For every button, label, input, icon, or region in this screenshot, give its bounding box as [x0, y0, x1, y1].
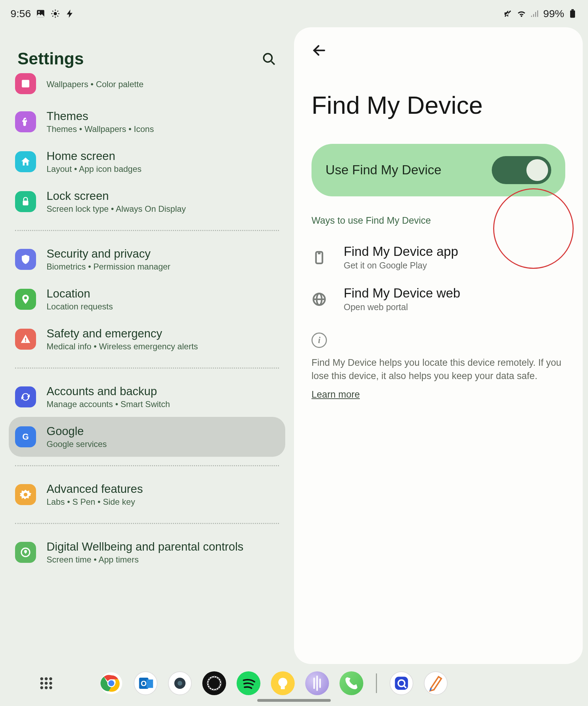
dock-quick-icon[interactable]: [390, 671, 413, 695]
dock-separator: [376, 673, 377, 693]
svg-point-29: [45, 682, 48, 685]
nav-handle[interactable]: [257, 699, 331, 702]
dock-tips-icon[interactable]: [271, 671, 295, 695]
svg-rect-11: [570, 11, 575, 18]
detail-pane: Find My Device Use Find My Device Ways t…: [294, 27, 583, 664]
home-icon: [15, 151, 36, 172]
wifi-icon: [517, 9, 526, 19]
sync-icon: [15, 386, 36, 407]
settings-item-well[interactable]: Digital Wellbeing and parental controlsS…: [9, 532, 285, 572]
settings-item-google[interactable]: GGoogleGoogle services: [9, 417, 285, 457]
master-toggle-row[interactable]: Use Find My Device: [312, 144, 565, 196]
svg-point-28: [40, 682, 43, 685]
svg-rect-45: [281, 686, 285, 690]
svg-line-8: [57, 16, 58, 16]
section-heading: Ways to use Find My Device: [312, 215, 565, 226]
settings-item-shield[interactable]: Security and privacyBiometrics • Permiss…: [9, 239, 285, 279]
back-icon[interactable]: [312, 43, 327, 58]
settings-item-lock[interactable]: Lock screenScreen lock type • Always On …: [9, 182, 285, 222]
svg-point-31: [40, 686, 43, 689]
svg-point-30: [49, 682, 52, 685]
svg-line-10: [57, 11, 58, 12]
toggle-switch[interactable]: [492, 156, 551, 184]
svg-point-13: [264, 54, 272, 62]
bolt-icon: [65, 9, 75, 19]
svg-text:O: O: [141, 679, 147, 688]
dock-spotify-icon[interactable]: [237, 671, 260, 695]
svg-point-44: [278, 678, 287, 687]
dock-bixby-icon[interactable]: [305, 671, 329, 695]
settings-item-themes[interactable]: ThemesThemes • Wallpapers • Icons: [9, 102, 285, 142]
globe-icon: [312, 292, 327, 307]
status-bar: 9:56 99%: [0, 0, 588, 27]
gear-icon: [15, 484, 36, 505]
learn-more-link[interactable]: Learn more: [312, 389, 565, 400]
battery-icon: [568, 9, 578, 19]
sun-icon: [50, 9, 60, 19]
settings-item-wall[interactable]: Wallpapers • Color palette: [9, 73, 285, 102]
settings-item-gear[interactable]: Advanced featuresLabs • S Pen • Side key: [9, 475, 285, 515]
svg-point-25: [40, 677, 43, 680]
svg-rect-16: [23, 201, 28, 205]
alert-icon: [15, 329, 36, 350]
dock-watch-icon[interactable]: [202, 671, 226, 695]
battery-pct: 99%: [543, 8, 564, 20]
phone-icon: [312, 250, 327, 265]
info-icon: [312, 333, 327, 348]
themes-icon: [15, 111, 36, 132]
svg-point-27: [49, 677, 52, 680]
svg-line-9: [52, 16, 53, 16]
mute-icon: [503, 9, 513, 19]
svg-point-1: [38, 11, 40, 13]
svg-rect-12: [572, 9, 574, 11]
image-icon: [36, 9, 46, 19]
svg-point-26: [45, 677, 48, 680]
svg-rect-39: [147, 679, 153, 688]
google-icon: G: [15, 426, 36, 447]
settings-item-alert[interactable]: Safety and emergencyMedical info • Wirel…: [9, 319, 285, 359]
settings-item-pin[interactable]: LocationLocation requests: [9, 279, 285, 319]
shield-icon: [15, 249, 36, 270]
way-phone[interactable]: Find My Device appGet it on Google Play: [312, 237, 565, 278]
search-icon[interactable]: [261, 51, 276, 67]
svg-rect-15: [22, 80, 29, 87]
svg-point-41: [177, 681, 182, 685]
settings-item-sync[interactable]: Accounts and backupManage accounts • Sma…: [9, 377, 285, 417]
svg-line-14: [271, 61, 274, 64]
well-icon: [15, 542, 36, 563]
svg-point-32: [45, 686, 48, 689]
settings-pane: Settings Wallpapers • Color paletteTheme…: [0, 35, 294, 664]
info-text: Find My Device helps you locate this dev…: [312, 356, 565, 383]
page-title: Find My Device: [312, 91, 565, 119]
signal-icon: [530, 9, 540, 19]
lock-icon: [15, 191, 36, 212]
apps-drawer-icon[interactable]: [38, 676, 54, 691]
dock-outlook-icon[interactable]: O: [134, 671, 158, 695]
svg-point-43: [208, 677, 221, 690]
dock-chrome-icon[interactable]: [99, 671, 123, 695]
dock-phone-icon[interactable]: [340, 671, 363, 695]
svg-point-33: [49, 686, 52, 689]
settings-title: Settings: [18, 49, 84, 68]
svg-text:G: G: [22, 432, 29, 441]
dock-cam-icon[interactable]: [168, 671, 192, 695]
dock-note-icon[interactable]: [424, 671, 448, 695]
settings-item-home[interactable]: Home screenLayout • App icon badges: [9, 142, 285, 182]
pin-icon: [15, 289, 36, 310]
wall-icon: [15, 73, 36, 94]
svg-line-7: [52, 11, 53, 12]
svg-point-2: [54, 12, 57, 15]
way-globe[interactable]: Find My Device webOpen web portal: [312, 278, 565, 320]
toggle-label: Use Find My Device: [326, 163, 441, 177]
clock: 9:56: [10, 8, 31, 20]
